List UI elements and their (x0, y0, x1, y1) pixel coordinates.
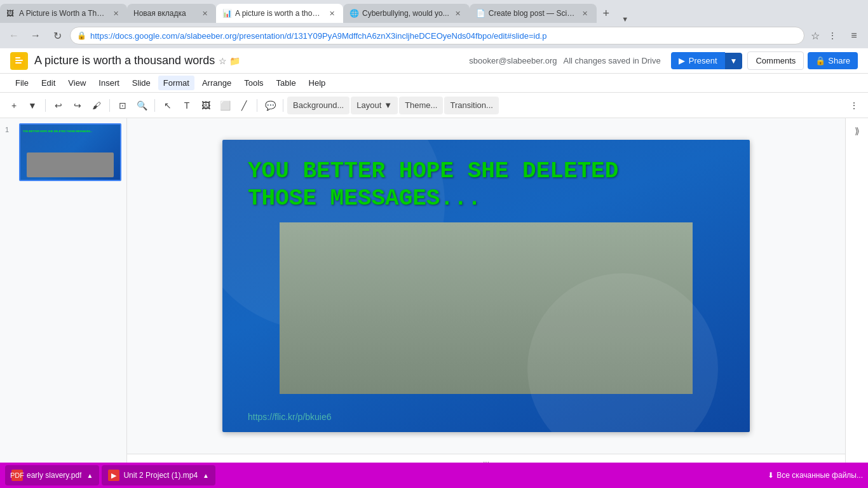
zoom-level-button[interactable]: 🔍 (133, 97, 151, 114)
undo-button[interactable]: ↩ (50, 97, 67, 114)
url-bar[interactable]: 🔒 https://docs.google.com/a/slabeeber.or… (70, 27, 804, 44)
slide-link[interactable]: https://flic.kr/p/bkuie6 (248, 412, 332, 422)
slide-canvas-wrapper[interactable]: YOU BETTeR HOPe SHe DeLeTed THOSe MeSSAG… (127, 118, 845, 454)
tab-label-2: Новая вкладка (133, 9, 196, 18)
menu-file[interactable]: File (10, 76, 34, 90)
tab-1[interactable]: 🖼 A Picture is Worth a Tho... ✕ (0, 4, 127, 23)
zoom-plus-button[interactable]: + (5, 97, 23, 114)
refresh-button[interactable]: ↻ (48, 27, 66, 44)
toolbar-separator-5 (283, 99, 283, 112)
present-dropdown-button[interactable]: ▼ (725, 53, 743, 69)
slide-thumbnail-1[interactable]: YOU BETTER HOPE SHE DELETED THOSE MESSAG… (19, 123, 121, 181)
toolbar-separator-2 (109, 99, 110, 112)
tab-label-4: Cyberbullying, would yo... (362, 9, 449, 18)
slide-image-area[interactable]: Ugly Skank Hoe Whore Stupid Gross Idiot … (280, 222, 693, 394)
fit-button[interactable]: ⊡ (114, 97, 132, 114)
collapse-button[interactable]: ⋮ (845, 97, 863, 114)
canvas-area: YOU BETTeR HOPe SHe DeLeTed THOSe MeSSAG… (127, 118, 845, 485)
mp4-icon: ▶ (108, 470, 119, 481)
downloads-link[interactable]: ⬇ Все скачанные файлы... (768, 471, 863, 480)
layout-button[interactable]: Layout ▼ (351, 97, 398, 114)
tab-overflow-button[interactable]: ▼ (616, 15, 635, 23)
menu-table[interactable]: Table (271, 76, 301, 90)
menu-help[interactable]: Help (304, 76, 331, 90)
slide-canvas[interactable]: YOU BETTeR HOPe SHe DeLeTed THOSe MeSSAG… (222, 140, 750, 432)
pdf-label: early slavery.pdf (27, 471, 81, 480)
tab-bar: 🖼 A Picture is Worth a Tho... ✕ Новая вк… (0, 0, 868, 23)
share-button[interactable]: 🔒 Share (808, 52, 858, 69)
taskbar: PDF early slavery.pdf ▲ ▶ Unit 2 Project… (0, 463, 868, 488)
forward-button[interactable]: → (27, 27, 44, 44)
background-button[interactable]: Background... (287, 97, 349, 114)
mp4-label: Unit 2 Project (1).mp4 (123, 471, 198, 480)
pdf-icon: PDF (11, 470, 23, 481)
background-label: Background... (293, 100, 344, 110)
select-button[interactable]: ↖ (159, 97, 177, 114)
tab-2[interactable]: Новая вкладка ✕ (127, 4, 216, 23)
app-header: A picture is worth a thousand words ☆ 📁 … (0, 48, 868, 74)
transition-button[interactable]: Transition... (444, 97, 498, 114)
menu-insert[interactable]: Insert (93, 76, 125, 90)
new-tab-button[interactable]: + (597, 4, 616, 23)
tab-favicon-5: 📄 (476, 9, 485, 18)
tab-favicon-4: 🌐 (349, 9, 358, 18)
shapes-button[interactable]: ⬜ (216, 97, 234, 114)
mp4-dropdown-icon[interactable]: ▲ (203, 472, 209, 479)
slide-number-1: 1 (5, 123, 15, 133)
transition-label: Transition... (450, 100, 492, 110)
text-button[interactable]: T (178, 97, 196, 114)
star-icon[interactable]: ☆ (219, 56, 227, 66)
slide-1-wrapper: 1 YOU BETTER HOPE SHE DELETED THOSE MESS… (5, 123, 121, 181)
present-button[interactable]: ▶ Present (671, 52, 725, 69)
download-icon: ⬇ (768, 471, 774, 480)
paint-format-button[interactable]: 🖌 (88, 97, 105, 114)
user-email: sbooker@slabeeber.org (469, 56, 557, 65)
thumb-image (27, 152, 114, 177)
document-title[interactable]: A picture is worth a thousand words (34, 54, 215, 67)
menu-bar: File Edit View Insert Slide Format Arran… (0, 74, 868, 93)
lock-icon: 🔒 (77, 31, 86, 40)
toolbar: + ▼ ↩ ↪ 🖌 ⊡ 🔍 ↖ T 🖼 ⬜ ╱ 💬 Background... … (0, 93, 868, 118)
menu-tools[interactable]: Tools (239, 76, 268, 90)
downloads-label: Все скачанные файлы... (776, 471, 863, 480)
collapse-panel-button[interactable]: ⟫ (850, 123, 865, 139)
tab-3[interactable]: 📊 A picture is worth a thou... ✕ (216, 4, 343, 23)
svg-rect-3 (15, 62, 22, 64)
layout-arrow-icon: ▼ (384, 100, 392, 110)
save-status: All changes saved in Drive (564, 56, 661, 65)
theme-button[interactable]: Theme... (399, 97, 443, 114)
menu-view[interactable]: View (63, 76, 91, 90)
taskbar-item-pdf[interactable]: PDF early slavery.pdf ▲ (5, 465, 99, 485)
toolbar-separator-3 (154, 99, 155, 112)
tab-close-4[interactable]: ✕ (453, 8, 463, 18)
line-button[interactable]: ╱ (235, 97, 253, 114)
slide-title[interactable]: YOU BETTeR HOPe SHe DeLeTed THOSe MeSSAG… (248, 158, 724, 212)
slides-logo (10, 52, 28, 70)
tab-5[interactable]: 📄 Create blog post — Scie... ✕ (470, 4, 597, 23)
svg-rect-2 (15, 60, 23, 61)
tab-close-2[interactable]: ✕ (200, 8, 210, 18)
zoom-dropdown-button[interactable]: ▼ (24, 97, 41, 114)
back-button[interactable]: ← (5, 27, 23, 44)
menu-button[interactable]: ≡ (845, 27, 863, 44)
tab-close-3[interactable]: ✕ (327, 8, 337, 18)
tab-close-5[interactable]: ✕ (580, 8, 590, 18)
tab-close-1[interactable]: ✕ (111, 8, 121, 18)
tab-label-1: A Picture is Worth a Tho... (19, 9, 107, 18)
menu-slide[interactable]: Slide (127, 76, 156, 90)
menu-format[interactable]: Format (158, 76, 194, 90)
folder-icon[interactable]: 📁 (229, 56, 240, 66)
extensions-button[interactable]: ⋮ (824, 27, 841, 44)
tab-4[interactable]: 🌐 Cyberbullying, would yo... ✕ (343, 4, 470, 23)
comment-button[interactable]: 💬 (261, 97, 279, 114)
tab-label-3: A picture is worth a thou... (235, 9, 323, 18)
image-button[interactable]: 🖼 (197, 97, 215, 114)
menu-arrange[interactable]: Arrange (197, 76, 236, 90)
right-panel-collapse: ⟫ (845, 118, 868, 485)
comments-button[interactable]: Comments (747, 51, 804, 70)
bookmark-button[interactable]: ☆ (811, 30, 820, 42)
taskbar-item-mp4[interactable]: ▶ Unit 2 Project (1).mp4 ▲ (102, 465, 215, 485)
redo-button[interactable]: ↪ (69, 97, 86, 114)
pdf-dropdown-icon[interactable]: ▲ (86, 472, 93, 479)
menu-edit[interactable]: Edit (36, 76, 60, 90)
